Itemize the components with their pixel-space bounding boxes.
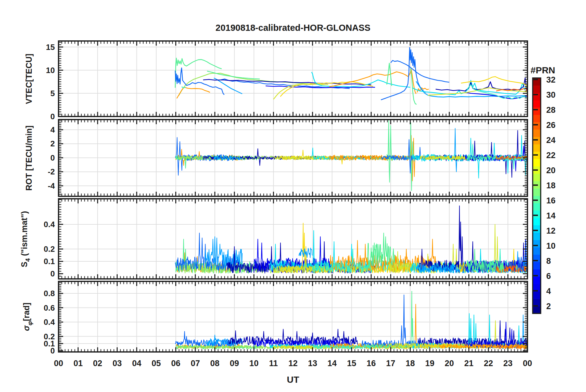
colorbar-tick-label: 10 <box>546 241 555 251</box>
y-tick-label: 0.2 <box>44 244 55 254</box>
x-tick-label: 12 <box>288 359 298 368</box>
chart-canvas: 151050420-2-40.40.20.100.80.60.40.20.100… <box>0 0 586 392</box>
y-tick-label: -2 <box>48 167 55 176</box>
colorbar-tick <box>533 245 538 246</box>
x-tick-label: 21 <box>464 359 474 368</box>
colorbar-cell <box>533 85 541 93</box>
series-prn-8 <box>391 60 449 82</box>
y-tick-label: 0 <box>51 112 55 121</box>
y-tick-label: 4 <box>51 125 55 134</box>
colorbar-cell <box>533 218 541 225</box>
colorbar-tick <box>533 185 538 186</box>
chart-title: 20190818-calibrated-HOR-GLONASS <box>216 23 371 33</box>
series-prn-24 <box>177 87 210 98</box>
x-tick-label: 15 <box>347 359 356 368</box>
colorbar-title: #PRN <box>531 65 555 75</box>
colorbar-tick-label: 4 <box>546 287 551 296</box>
y-tick-label: 0 <box>51 153 55 162</box>
colorbar-tick <box>533 124 538 125</box>
x-tick-label: 08 <box>210 359 219 368</box>
colorbar-tick-label: 18 <box>546 181 555 190</box>
x-axis-label: UT <box>287 374 299 385</box>
x-tick-label: 04 <box>132 359 141 368</box>
colorbar-cell <box>533 247 541 255</box>
colorbar-tick-label: 6 <box>546 272 551 281</box>
y-label-sigma-phi: σφ[rad] <box>22 303 33 331</box>
colorbar-tick-label: 2 <box>546 302 551 311</box>
colorbar-tick <box>533 154 538 156</box>
colorbar-tick <box>533 109 538 110</box>
series-prn-10 <box>416 128 528 172</box>
series-prn-16 <box>367 291 420 349</box>
x-tick-label: 14 <box>328 359 337 368</box>
colorbar-tick <box>533 230 538 231</box>
colorbar-tick <box>533 290 538 291</box>
colorbar-cell <box>533 188 541 196</box>
colorbar-cell <box>533 137 541 144</box>
colorbar: 2468101214161820222426283032 <box>533 75 555 314</box>
colorbar-tick-label: 8 <box>546 256 551 266</box>
x-tick-label: 09 <box>230 359 239 368</box>
y-tick-label: 5 <box>51 89 55 98</box>
x-tick-label: 07 <box>191 359 200 368</box>
colorbar-tick <box>533 260 538 261</box>
x-tick-label: 23 <box>503 359 513 368</box>
y-tick-label: 0 <box>51 346 55 355</box>
colorbar-cell <box>533 203 541 210</box>
figure: 151050420-2-40.40.20.100.80.60.40.20.100… <box>0 0 586 392</box>
x-tick-label: 03 <box>112 359 122 368</box>
series-prn-2 <box>428 130 527 177</box>
colorbar-cell <box>533 232 541 240</box>
x-tick-label: 10 <box>249 359 258 368</box>
colorbar-cell <box>533 291 541 299</box>
series-prn-24 <box>329 69 416 94</box>
colorbar-tick-label: 22 <box>546 151 555 160</box>
colorbar-tick <box>533 139 538 141</box>
y-tick-label: 0.6 <box>44 303 55 312</box>
colorbar-cell <box>533 277 541 284</box>
colorbar-tick-label: 24 <box>546 136 555 145</box>
y-tick-label: 10 <box>46 66 55 75</box>
colorbar-cell <box>533 240 541 247</box>
colorbar-tick <box>533 94 538 95</box>
series-prn-8 <box>175 68 224 95</box>
colorbar-cell <box>533 225 541 233</box>
x-tick-label: 02 <box>93 359 102 368</box>
y-tick-label: 0.8 <box>44 289 55 298</box>
colorbar-tick <box>533 275 538 276</box>
x-tick-label: 05 <box>152 359 161 368</box>
colorbar-tick <box>533 169 538 171</box>
x-tick-label: 16 <box>367 359 376 368</box>
y-label-rot: ROT [TECU/min] <box>24 125 34 190</box>
x-tick-label: 20 <box>445 359 454 368</box>
colorbar-tick-label: 14 <box>546 211 555 220</box>
x-tick-label: 17 <box>386 359 395 368</box>
y-label-vtec: VTEC[TECU] <box>24 54 34 104</box>
y-tick-label: 0 <box>51 269 55 278</box>
colorbar-cell <box>533 299 541 306</box>
colorbar-cell <box>533 144 541 152</box>
colorbar-cell <box>533 174 541 181</box>
colorbar-tick <box>533 79 538 80</box>
colorbar-cell <box>533 196 541 203</box>
colorbar-tick-label: 30 <box>546 90 555 100</box>
colorbar-tick <box>533 214 538 216</box>
x-tick-label: 01 <box>73 359 83 368</box>
panel-grid-vtec <box>59 41 527 116</box>
colorbar-tick-label: 28 <box>546 105 555 115</box>
colorbar-tick-label: 32 <box>546 75 555 84</box>
y-tick-label: 0.4 <box>44 317 55 327</box>
colorbar-cell <box>533 210 541 218</box>
y-tick-label: -4 <box>48 181 55 190</box>
colorbar-cell <box>533 159 541 166</box>
y-label-s4: S4 ("ism.mat") <box>20 211 31 267</box>
colorbar-cell <box>533 306 541 313</box>
x-tick-label: 19 <box>425 359 434 368</box>
x-tick-label: 11 <box>269 359 278 368</box>
colorbar-tick-label: 20 <box>546 166 555 175</box>
y-tick-label: 0.1 <box>44 257 55 266</box>
colorbar-cell <box>533 93 541 100</box>
y-tick-label: 2 <box>51 139 55 148</box>
y-tick-label: 15 <box>46 43 55 52</box>
colorbar-cell <box>533 108 541 115</box>
